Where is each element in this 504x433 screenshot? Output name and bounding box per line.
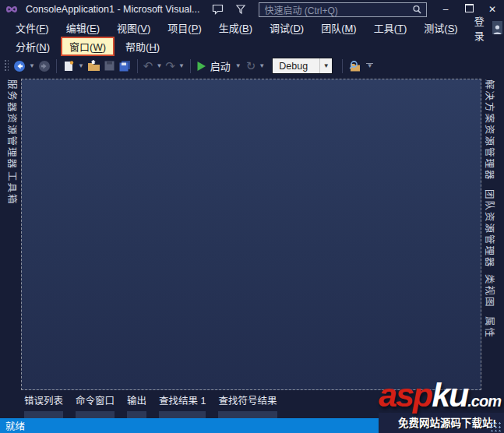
save-icon: [104, 60, 115, 72]
bottom-tab-find-results-1[interactable]: 查找结果 1: [159, 393, 206, 418]
refresh-dropdown-caret[interactable]: ▼: [259, 62, 265, 69]
redo-icon: ↷: [165, 61, 175, 72]
notifications-flag-icon[interactable]: [235, 4, 246, 15]
right-tab-team-explorer[interactable]: 团队资源管理器: [483, 189, 498, 269]
minimize-button[interactable]: –: [434, 0, 457, 19]
play-icon: [196, 61, 206, 72]
new-project-icon: [62, 60, 75, 72]
solution-configuration-dropdown[interactable]: Debug ▼: [272, 58, 333, 74]
toolbar-separator: [56, 59, 57, 73]
start-debugging-button[interactable]: 启动 ▼: [195, 57, 245, 75]
bottom-tab-label: 输出: [127, 393, 146, 407]
bottom-tab-underline: [24, 411, 63, 418]
title-bar: ConsoleApplication1 - Microsoft Visual..…: [0, 0, 504, 19]
find-in-files-icon: [348, 60, 361, 72]
quick-launch-placeholder: 快速启动 (Ctrl+Q): [265, 3, 412, 16]
document-well[interactable]: [21, 79, 481, 390]
logo-ku-text: ku: [432, 376, 467, 414]
status-text: 就绪: [5, 418, 25, 433]
open-file-button[interactable]: [86, 58, 102, 73]
search-icon: [412, 5, 422, 15]
right-tab-properties[interactable]: 属性: [483, 316, 498, 339]
bottom-tab-command-window[interactable]: 命令窗口: [76, 393, 115, 418]
back-icon: [13, 60, 26, 72]
save-button[interactable]: [102, 58, 117, 73]
quick-launch-search-input[interactable]: 快速启动 (Ctrl+Q): [259, 2, 427, 17]
bottom-tab-underline: [127, 411, 146, 418]
aspku-watermark: aspku.com 免费网站源码下载站!: [379, 381, 504, 433]
menu-view[interactable]: 视图(V): [108, 18, 159, 37]
sign-in-button[interactable]: 登录: [467, 11, 492, 45]
find-in-files-button[interactable]: [347, 58, 363, 74]
visual-studio-logo-icon: [5, 3, 19, 16]
bottom-tab-find-symbol-results[interactable]: 查找符号结果: [218, 393, 277, 418]
menu-help[interactable]: 帮助(H): [117, 37, 168, 56]
redo-button[interactable]: ↷: [164, 59, 177, 73]
visual-studio-window: ConsoleApplication1 - Microsoft Visual..…: [0, 0, 504, 433]
undo-dropdown-caret[interactable]: ▼: [156, 62, 162, 69]
bottom-tab-underline: [76, 411, 115, 418]
back-dropdown-caret[interactable]: ▼: [29, 62, 35, 69]
configuration-value: Debug: [273, 61, 319, 72]
overflow-chevron-icon: ▼: [367, 64, 373, 69]
menu-analyze[interactable]: 分析(N): [7, 37, 58, 56]
bottom-tab-label: 命令窗口: [76, 393, 115, 407]
new-project-button[interactable]: [61, 58, 76, 74]
toolbar-separator: [137, 59, 138, 73]
bottom-tab-underline: [218, 411, 277, 418]
menu-bar-row2: 分析(N)窗口(W)帮助(H): [0, 37, 504, 55]
standard-toolbar: ▼ ▼: [0, 55, 504, 76]
toolbar-separator: [342, 59, 343, 73]
bottom-tab-underline: [159, 411, 206, 418]
window-title: ConsoleApplication1 - Microsoft Visual..…: [26, 4, 200, 15]
toolbar-overflow-button[interactable]: ▼: [366, 63, 373, 69]
menu-debug[interactable]: 调试(D): [261, 18, 312, 37]
open-folder-icon: [87, 60, 100, 72]
feedback-icon[interactable]: [212, 4, 224, 15]
menu-test[interactable]: 测试(S): [415, 18, 466, 37]
start-dropdown-caret: ▼: [235, 62, 241, 69]
aspku-logo: aspku.com: [379, 381, 501, 415]
right-tab-class-view[interactable]: 类视图: [483, 274, 498, 308]
save-all-icon: [118, 60, 132, 72]
bottom-tab-error-list[interactable]: 错误列表: [24, 393, 63, 418]
bottom-tab-label: 错误列表: [24, 393, 63, 407]
menu-edit[interactable]: 编辑(E): [58, 18, 108, 37]
undo-icon: ↶: [143, 61, 153, 72]
navigate-forward-button[interactable]: [37, 58, 52, 74]
refresh-icon: ↻: [246, 61, 256, 72]
menu-team[interactable]: 团队(M): [312, 18, 365, 37]
configuration-caret-icon: ▼: [319, 58, 332, 73]
menu-window[interactable]: 窗口(W): [61, 37, 115, 56]
forward-icon: [38, 60, 51, 72]
user-avatar-icon[interactable]: [492, 21, 502, 34]
logo-asp-text: asp: [379, 376, 432, 414]
bottom-tab-output[interactable]: 输出: [127, 393, 146, 418]
left-tab-server-explorer[interactable]: 服务器资源管理器: [5, 79, 20, 170]
toolbar-drag-grip[interactable]: [4, 59, 9, 72]
refresh-button[interactable]: ↻: [245, 59, 258, 73]
menu-tools[interactable]: 工具(T): [365, 18, 416, 37]
toolbar-separator: [190, 59, 191, 73]
watermark-slogan: 免费网站源码下载站!: [379, 413, 504, 433]
bottom-tab-label: 查找符号结果: [218, 393, 277, 407]
resize-grip-icon[interactable]: [490, 421, 502, 431]
undo-button[interactable]: ↶: [142, 59, 155, 73]
menu-bar-row1: 文件(F)编辑(E)视图(V)项目(P)生成(B)调试(D)团队(M)工具(T)…: [0, 19, 504, 37]
logo-tld-text: .com: [467, 393, 501, 410]
navigate-back-button[interactable]: [12, 58, 27, 74]
new-project-dropdown-caret[interactable]: ▼: [78, 62, 84, 69]
bottom-tab-label: 查找结果 1: [159, 393, 206, 407]
menu-file[interactable]: 文件(F): [7, 18, 58, 37]
right-tab-solution-explorer[interactable]: 解决方案资源管理器: [483, 79, 498, 181]
menu-project[interactable]: 项目(P): [159, 18, 210, 37]
save-all-button[interactable]: [117, 58, 133, 74]
bottom-panel-tabs: 错误列表命令窗口输出查找结果 1查找符号结果: [24, 393, 277, 418]
start-button-label: 启动: [210, 58, 231, 73]
menu-build[interactable]: 生成(B): [210, 18, 261, 37]
left-tab-toolbox[interactable]: 工具箱: [5, 171, 20, 206]
redo-dropdown-caret[interactable]: ▼: [178, 62, 185, 69]
